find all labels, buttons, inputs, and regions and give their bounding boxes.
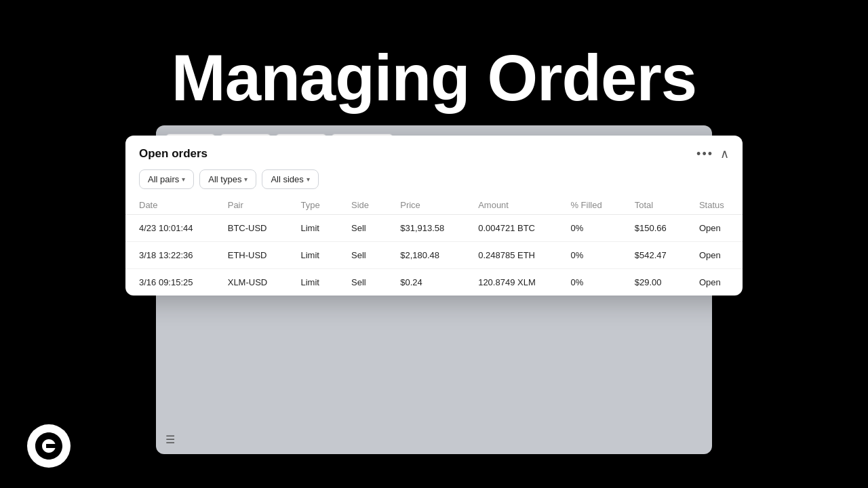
hamburger-icon[interactable]: ☰ bbox=[165, 433, 175, 446]
chevron-down-icon: ▾ bbox=[307, 176, 310, 183]
col-total: Total bbox=[621, 196, 686, 215]
filter-all-pairs[interactable]: All pairs ▾ bbox=[139, 169, 194, 189]
filter-all-types[interactable]: All types ▾ bbox=[199, 169, 256, 189]
table-row: 4/23 10:01:44 BTC-USD Limit Sell $31,913… bbox=[125, 215, 743, 242]
col-pair: Pair bbox=[214, 196, 288, 215]
chevron-down-icon: ▾ bbox=[244, 176, 248, 183]
table-row: 3/16 09:15:25 XLM-USD Limit Sell $0.24 1… bbox=[125, 269, 743, 296]
collapse-button[interactable]: ∧ bbox=[720, 146, 729, 161]
chevron-down-icon: ▾ bbox=[182, 176, 185, 183]
col-pct-filled: % Filled bbox=[557, 196, 620, 215]
modal-title: Open orders bbox=[139, 147, 208, 161]
col-date: Date bbox=[125, 196, 214, 215]
more-options-button[interactable]: ••• bbox=[696, 147, 713, 161]
modal-header-actions: ••• ∧ bbox=[696, 146, 729, 161]
col-type: Type bbox=[287, 196, 338, 215]
col-side: Side bbox=[338, 196, 387, 215]
open-orders-table: Date Pair Type Side Price Amount % Fille… bbox=[125, 196, 743, 296]
col-status: Status bbox=[686, 196, 743, 215]
coinbase-logo bbox=[27, 424, 71, 468]
modal-header: Open orders ••• ∧ bbox=[125, 136, 743, 161]
hero-title: Managing Orders bbox=[0, 41, 868, 115]
open-orders-modal: Open orders ••• ∧ All pairs ▾ All types … bbox=[125, 136, 743, 296]
col-price: Price bbox=[387, 196, 465, 215]
col-amount: Amount bbox=[465, 196, 557, 215]
filter-all-sides[interactable]: All sides ▾ bbox=[262, 169, 318, 189]
modal-filters: All pairs ▾ All types ▾ All sides ▾ bbox=[125, 161, 743, 196]
table-row: 3/18 13:22:36 ETH-USD Limit Sell $2,180.… bbox=[125, 242, 743, 269]
